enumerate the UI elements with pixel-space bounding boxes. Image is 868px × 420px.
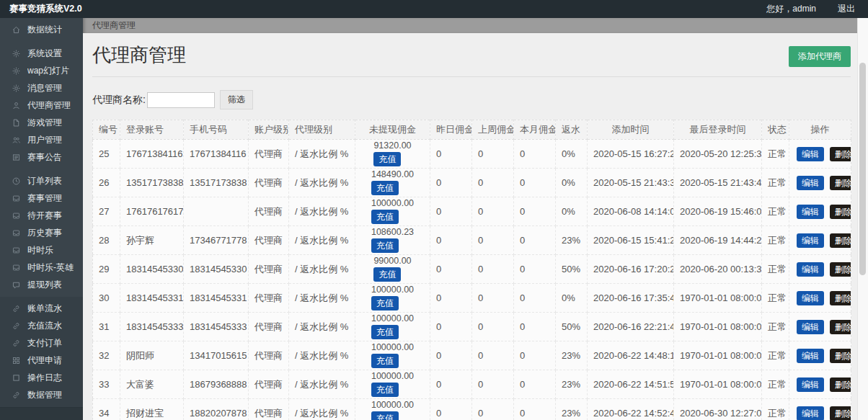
recharge-button[interactable]: 充值 — [371, 354, 399, 368]
status-badge: 正常 — [762, 169, 789, 197]
table-row: 33 大富婆 18679368888 代理商 / 返水比例 % 100000.0… — [93, 370, 851, 399]
cell-last-login: 1970-01-01 08:00:00 — [674, 313, 762, 341]
edit-button[interactable]: 编辑 — [797, 262, 824, 277]
cell-phone: 18314545333 — [184, 313, 249, 341]
recharge-button[interactable]: 充值 — [371, 411, 399, 420]
sidebar-item[interactable]: 时时乐-英雄 — [0, 259, 83, 276]
edit-button[interactable]: 编辑 — [797, 147, 824, 161]
agent-name-input[interactable] — [147, 92, 215, 108]
cell-no: 27 — [93, 197, 120, 226]
cell-no: 31 — [93, 313, 120, 341]
sidebar-section: 系统设置 wap幻灯片 消息管理 代理商管理 游戏管理 用户管理 — [0, 42, 83, 169]
column-header: 账户级别 — [249, 120, 289, 140]
inbox-icon — [12, 211, 21, 220]
page-title: 代理商管理 — [92, 44, 186, 66]
recharge-button[interactable]: 充值 — [371, 296, 399, 310]
sidebar-item[interactable]: 账单流水 — [0, 300, 83, 317]
sidebar-section: 数据统计 — [0, 18, 83, 42]
comment-icon — [12, 280, 21, 290]
sidebar-item-label: 用户管理 — [27, 134, 62, 146]
sidebar-item[interactable]: 支付订单 — [0, 334, 83, 352]
cell-rebate: 0% — [556, 284, 588, 313]
cell-no: 26 — [93, 169, 120, 197]
sidebar-item[interactable]: 操作日志 — [0, 369, 83, 386]
recharge-button[interactable]: 充值 — [371, 383, 399, 397]
recharge-button[interactable]: 充值 — [373, 267, 401, 282]
status-badge: 正常 — [762, 313, 789, 341]
cell-lastweek-commission: 0 — [472, 370, 514, 399]
sidebar-item[interactable]: 待开赛事 — [0, 207, 83, 224]
delete-button[interactable]: 删除 — [830, 291, 851, 305]
add-agent-button[interactable]: 添加代理商 — [789, 46, 851, 67]
cell-no: 32 — [93, 341, 120, 370]
edit-button[interactable]: 编辑 — [797, 205, 824, 219]
sidebar-item[interactable]: 时时乐 — [0, 241, 83, 259]
cell-rebate: 23% — [556, 370, 588, 399]
cell-added-time: 2020-06-22 14:51:59 — [588, 370, 674, 399]
sidebar-item[interactable]: 订单列表 — [0, 172, 83, 189]
status-badge: 正常 — [762, 341, 789, 370]
cell-account-level: 代理商 — [249, 226, 289, 255]
cell-actions: 编辑 删除 — [789, 226, 851, 255]
recharge-button[interactable]: 充值 — [371, 238, 399, 253]
sidebar-item[interactable]: 提现列表 — [0, 276, 83, 293]
edit-button[interactable]: 编辑 — [797, 349, 824, 363]
edit-button[interactable]: 编辑 — [797, 233, 824, 248]
recharge-button[interactable]: 充值 — [371, 325, 399, 339]
sidebar-item[interactable]: 代理申请 — [0, 352, 83, 369]
delete-button[interactable]: 删除 — [830, 377, 851, 392]
sidebar-item[interactable]: 赛事公告 — [0, 148, 83, 166]
status-badge: 正常 — [762, 226, 789, 255]
edit-button[interactable]: 编辑 — [797, 291, 824, 305]
cell-rebate: 0% — [556, 197, 588, 226]
user-icon — [12, 101, 21, 110]
cell-account: 18314545330 — [120, 255, 184, 284]
pending-commission-amount: 148490.00 — [371, 170, 414, 179]
delete-button[interactable]: 删除 — [830, 262, 851, 277]
sidebar-item[interactable]: wap幻灯片 — [0, 62, 83, 79]
sidebar-item[interactable]: 充值流水 — [0, 317, 83, 334]
delete-button[interactable]: 删除 — [830, 176, 851, 190]
edit-button[interactable]: 编辑 — [797, 320, 824, 334]
sidebar-item[interactable]: 数据管理 — [0, 386, 83, 403]
edit-button[interactable]: 编辑 — [797, 406, 824, 420]
recharge-button[interactable]: 充值 — [373, 152, 401, 166]
sidebar-item[interactable]: 用户管理 — [0, 131, 83, 148]
sidebar-item-label: 系统设置 — [27, 48, 62, 60]
sidebar-item[interactable]: 消息管理 — [0, 79, 83, 97]
recharge-button[interactable]: 充值 — [371, 181, 399, 195]
cell-agent-level: / 返水比例 % — [289, 226, 355, 255]
sidebar-item-label: 历史赛事 — [27, 227, 62, 239]
sidebar-item-label: wap幻灯片 — [27, 65, 69, 77]
cell-account-level: 代理商 — [249, 197, 289, 226]
delete-button[interactable]: 删除 — [830, 406, 851, 420]
pending-commission-amount: 99000.00 — [373, 256, 411, 266]
delete-button[interactable]: 删除 — [830, 320, 851, 334]
sidebar-item[interactable]: 代理商管理 — [0, 97, 83, 114]
table-row: 25 17671384116 17671384116 代理商 / 返水比例 % … — [93, 140, 851, 169]
delete-button[interactable]: 删除 — [830, 147, 851, 161]
delete-button[interactable]: 删除 — [830, 349, 851, 363]
delete-button[interactable]: 删除 — [830, 233, 851, 248]
cell-phone: 18820207878 — [184, 399, 249, 420]
cell-added-time: 2020-06-16 17:20:27 — [588, 255, 674, 284]
recharge-button[interactable]: 充值 — [371, 210, 399, 224]
cell-account-level: 代理商 — [249, 284, 289, 313]
cell-pending-commission: 100000.00 充值 — [355, 313, 430, 341]
cell-added-time: 2020-06-16 22:21:48 — [588, 313, 674, 341]
sidebar-item[interactable]: 游戏管理 — [0, 114, 83, 131]
edit-button[interactable]: 编辑 — [797, 377, 824, 392]
edit-button[interactable]: 编辑 — [797, 176, 824, 190]
sidebar-item-label: 数据统计 — [27, 24, 62, 36]
cell-lastweek-commission: 0 — [472, 169, 514, 197]
sidebar-item[interactable]: 赛事管理 — [0, 189, 83, 207]
cell-pending-commission: 100000.00 充值 — [355, 197, 430, 226]
scrollbar-thumb[interactable] — [859, 63, 866, 275]
sidebar-item[interactable]: 历史赛事 — [0, 224, 83, 241]
delete-button[interactable]: 删除 — [830, 205, 851, 219]
filter-button[interactable]: 筛选 — [220, 90, 253, 110]
table-body: 25 17671384116 17671384116 代理商 / 返水比例 % … — [93, 140, 851, 420]
logout-link[interactable]: 退出 — [838, 3, 855, 15]
sidebar-item[interactable]: 系统设置 — [0, 45, 83, 62]
sidebar-item[interactable]: 数据统计 — [0, 21, 83, 38]
